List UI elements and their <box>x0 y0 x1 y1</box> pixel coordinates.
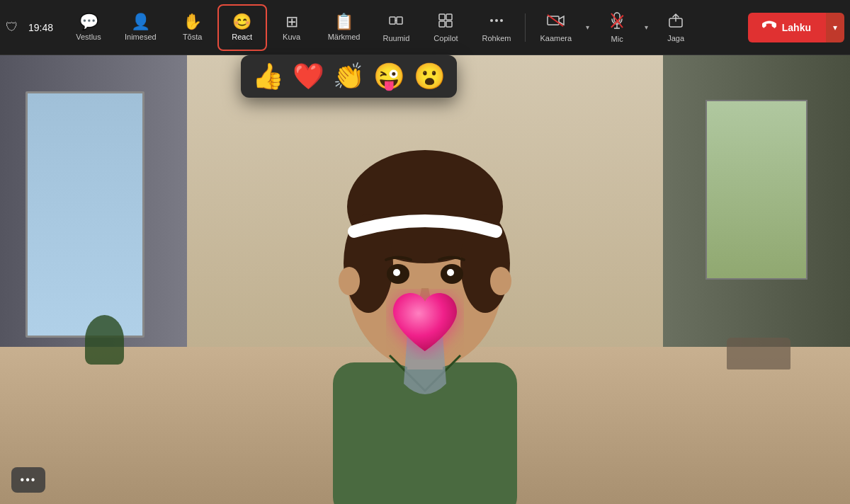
react-icon: 😊 <box>232 14 251 30</box>
camera-arrow-button[interactable]: ▾ <box>583 4 592 51</box>
mic-chevron-icon: ▾ <box>645 23 648 31</box>
inimesed-label: Inimesed <box>125 33 157 41</box>
emoji-clap[interactable]: 👏 <box>333 64 365 89</box>
view-icon: ⊞ <box>285 14 298 30</box>
emoji-heart[interactable]: ❤️ <box>293 64 324 89</box>
emoji-wow[interactable]: 😮 <box>414 64 446 89</box>
mic-group: Mic ▾ <box>592 4 651 51</box>
svg-rect-3 <box>439 14 445 20</box>
end-call-group: Lahku ▾ <box>748 13 844 42</box>
toolbar-item-kuva[interactable]: ⊞ Kuva <box>267 4 317 51</box>
tosta-label: Tõsta <box>183 33 203 41</box>
plant-decoration <box>85 315 124 365</box>
toolbar-item-share[interactable]: Jaga <box>651 4 701 51</box>
chat-icon: 💬 <box>79 14 98 30</box>
toolbar-item-copilot[interactable]: Copilot <box>421 4 470 51</box>
svg-rect-1 <box>397 17 402 24</box>
copilot-icon <box>438 13 453 31</box>
emoji-lol[interactable]: 😜 <box>373 64 405 89</box>
phone-icon <box>762 20 776 35</box>
furniture-decoration <box>727 338 790 370</box>
toolbar-item-vestlus[interactable]: 💬 Vestlus <box>64 4 113 51</box>
toolbar-item-rohkem[interactable]: Rohkem <box>470 4 522 51</box>
mic-off-icon <box>610 12 624 32</box>
react-popup: 👍 ❤️ 👏 😜 😮 <box>241 55 457 98</box>
toolbar: 🛡 19:48 💬 Vestlus 👤 Inimesed ✋ Tõsta 😊 R… <box>0 0 850 55</box>
rohkem-label: Rohkem <box>482 34 511 42</box>
markmed-label: Märkmed <box>328 33 361 41</box>
react-label: React <box>232 33 252 41</box>
toolbar-item-tosta[interactable]: ✋ Tõsta <box>168 4 217 51</box>
more-options-button[interactable]: ••• <box>11 467 45 493</box>
toolbar-item-react[interactable]: 😊 React <box>217 4 267 51</box>
svg-rect-4 <box>446 14 452 20</box>
toolbar-item-inimesed[interactable]: 👤 Inimesed <box>113 4 168 51</box>
svg-rect-6 <box>446 21 452 27</box>
toolbar-items: 💬 Vestlus 👤 Inimesed ✋ Tõsta 😊 React ⊞ K… <box>64 4 737 51</box>
toolbar-item-ruumid[interactable]: Ruumid <box>371 4 421 51</box>
copilot-label: Copilot <box>434 34 458 42</box>
camera-chevron-icon: ▾ <box>586 23 589 31</box>
end-call-dropdown-button[interactable]: ▾ <box>825 13 844 42</box>
toolbar-item-mic[interactable]: Mic <box>592 4 642 51</box>
more-icon <box>489 13 504 31</box>
video-area <box>0 55 850 504</box>
end-call-label: Lahku <box>782 22 811 33</box>
mic-label: Mic <box>611 35 623 43</box>
camera-label: Kaamera <box>540 34 572 42</box>
time-display: 19:48 <box>28 22 57 33</box>
kuva-label: Kuva <box>283 33 300 41</box>
svg-point-26 <box>447 269 454 276</box>
svg-point-27 <box>339 267 360 295</box>
end-call-chevron-icon: ▾ <box>833 23 837 33</box>
svg-rect-0 <box>390 17 395 24</box>
svg-point-8 <box>495 19 498 22</box>
camera-group: Kaamera ▾ <box>528 4 592 51</box>
rooms-icon <box>388 13 404 31</box>
raise-hand-icon: ✋ <box>183 14 202 30</box>
end-call-button[interactable]: Lahku <box>748 13 825 42</box>
svg-point-7 <box>490 19 493 22</box>
heart-reaction <box>386 289 464 362</box>
more-dots-icon: ••• <box>21 474 37 486</box>
toolbar-item-markmed[interactable]: 📋 Märkmed <box>317 4 372 51</box>
emoji-thumbsup[interactable]: 👍 <box>252 64 284 89</box>
separator-1 <box>525 13 526 42</box>
window-left <box>26 91 144 338</box>
camera-off-icon <box>547 13 565 31</box>
svg-rect-5 <box>439 21 445 27</box>
svg-point-25 <box>393 269 400 276</box>
shield-icon: 🛡 <box>6 20 18 35</box>
scene-background <box>0 55 850 504</box>
share-icon <box>668 13 684 31</box>
share-label: Jaga <box>667 34 684 42</box>
mic-arrow-button[interactable]: ▾ <box>642 4 651 51</box>
window-right <box>706 100 808 280</box>
svg-point-9 <box>500 19 503 22</box>
ruumid-label: Ruumid <box>383 34 410 42</box>
vestlus-label: Vestlus <box>76 33 101 41</box>
notes-icon: 📋 <box>334 14 353 30</box>
toolbar-item-camera[interactable]: Kaamera <box>528 4 583 51</box>
people-icon: 👤 <box>131 14 150 30</box>
svg-point-28 <box>490 267 511 295</box>
